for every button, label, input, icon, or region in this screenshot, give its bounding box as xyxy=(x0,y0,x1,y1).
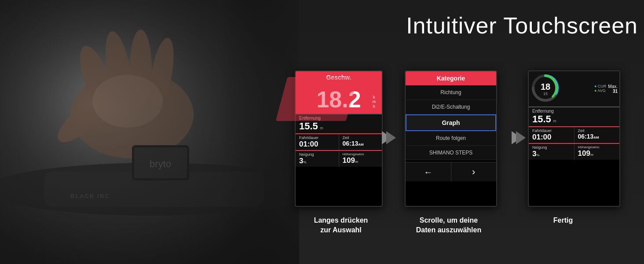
screen1-hoehengewinn: Höhengewinn 109m xyxy=(339,151,382,167)
svg-text:18: 18 xyxy=(541,82,550,92)
caption-3: Fertig xyxy=(519,216,607,225)
screen3-neigung: Neigung 3% xyxy=(529,144,574,160)
screen2-route: Route folgen xyxy=(406,131,496,146)
screen3-max: Max. 31 xyxy=(608,84,618,94)
screen3-fahrtdauer: Fahrtdauer 01:00 xyxy=(529,127,574,143)
screen1-row2: Neigung 3% Höhengewinn 109m xyxy=(296,151,382,167)
screen3-row1: Fahrtdauer 01:00 Zeit 06:13AM xyxy=(529,127,619,143)
caption-2: Scrolle, um deine Daten auszuwählen xyxy=(387,216,510,235)
arrow-1 xyxy=(378,128,399,148)
svg-marker-19 xyxy=(516,131,526,144)
screen3-row2: Neigung 3% Höhengewinn 109m xyxy=(529,144,619,160)
screen3-distance-value: 15.5 m xyxy=(532,114,616,125)
screen3-legend: ● CUR ● AVG xyxy=(594,84,606,93)
screen-kategorie: Kategorie Richtung Di2/E-Schaltung Graph… xyxy=(405,70,497,207)
background-overlay xyxy=(0,0,299,264)
page-title: Intuitiver Touchscreen xyxy=(308,12,638,39)
screen1-fahrtdauer: Fahrtdauer 01:00 xyxy=(296,134,339,150)
screen1-speed-unit: kmh xyxy=(373,95,376,109)
screen3-gauge: 18 15 xyxy=(531,73,560,105)
screen1-distance-value: 15.5 m xyxy=(299,121,378,132)
screen1-neigung: Neigung 3% xyxy=(296,151,339,167)
screen3-hoehengewinn: Höhengewinn 109m xyxy=(574,144,620,160)
screen3-zeit: Zeit 06:13AM xyxy=(574,127,620,143)
svg-text:15: 15 xyxy=(543,92,548,96)
screen2-richtung: Richtung xyxy=(406,85,496,100)
screen2-header: Kategorie xyxy=(406,71,496,85)
screen1-zeit: Zeit 06:13AM xyxy=(339,134,382,150)
arrow-2 xyxy=(508,128,528,148)
screen1-row1: Fahrtdauer 01:00 Zeit 06:13AM xyxy=(296,134,382,150)
svg-marker-17 xyxy=(386,131,396,144)
screen2-back-btn[interactable]: ← xyxy=(406,162,451,181)
caption-1: Langes drücken zur Auswahl xyxy=(282,216,400,235)
screen2-di2: Di2/E-Schaltung xyxy=(406,100,496,114)
screen2-forward-btn[interactable]: › xyxy=(451,162,497,181)
swipe-indicator xyxy=(276,77,358,121)
screen-result: 18 15 ● CUR ● AVG Max. 31 Entfernung 15.… xyxy=(528,70,620,207)
screen3-distance: Entfernung 15.5 m xyxy=(529,107,619,126)
screen2-graph: Graph xyxy=(406,114,496,131)
screen2-shimano: SHIMANO STEPS xyxy=(406,146,496,160)
